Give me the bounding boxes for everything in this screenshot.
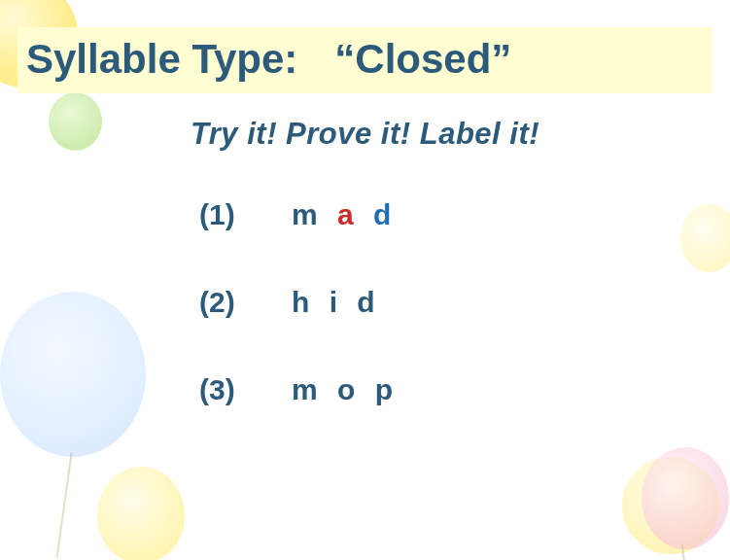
- list-item: (3) m o p: [199, 373, 730, 406]
- letter: o: [337, 373, 361, 405]
- item-number: (2): [199, 286, 292, 319]
- subtitle: Try it! Prove it! Label it!: [0, 117, 730, 152]
- list-item: (2) h i d: [199, 286, 730, 319]
- item-word: m a d: [292, 198, 397, 231]
- item-number: (3): [199, 373, 292, 406]
- list-item: (1) m a d: [199, 198, 730, 231]
- letter: d: [373, 198, 397, 230]
- title-band: Syllable Type:“Closed”: [17, 27, 713, 93]
- letter: d: [357, 286, 380, 318]
- title-text: Syllable Type:“Closed”: [26, 36, 511, 82]
- letter: h: [292, 286, 315, 318]
- balloon-decor: [97, 467, 185, 560]
- item-word: m o p: [292, 373, 399, 406]
- title-label: Syllable Type:: [26, 36, 297, 82]
- balloon-string: [55, 452, 72, 558]
- letter: p: [375, 373, 399, 405]
- word-list: (1) m a d (2) h i d (3) m o p: [199, 198, 730, 406]
- letter: a: [337, 198, 360, 230]
- letter: i: [330, 286, 343, 318]
- title-value: “Closed”: [334, 36, 511, 82]
- item-number: (1): [199, 198, 292, 231]
- balloon-decor: [642, 447, 729, 549]
- letter: m: [292, 198, 324, 230]
- letter: m: [292, 373, 324, 405]
- item-word: h i d: [292, 286, 381, 319]
